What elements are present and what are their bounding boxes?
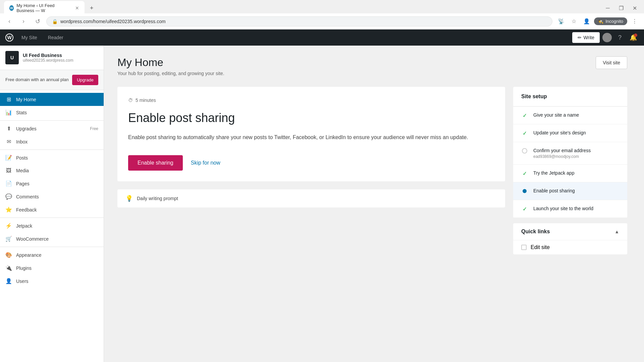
upgrades-icon: ⬆ bbox=[5, 125, 12, 132]
sidebar-site-info: U UI Feed Business uifeed20235.wordpress… bbox=[0, 46, 104, 70]
reader-label: Reader bbox=[48, 35, 63, 40]
notifications-button[interactable]: 🔔 bbox=[628, 32, 639, 43]
tab-favicon: W bbox=[9, 5, 14, 11]
sidebar-item-upgrades[interactable]: ⬆ Upgrades Free bbox=[0, 122, 104, 135]
reader-nav-item[interactable]: Reader bbox=[43, 29, 69, 46]
quick-links-item-edit-site[interactable]: Edit site bbox=[513, 240, 627, 254]
setup-item-label-3: Confirm your email address bbox=[533, 148, 591, 153]
setup-panel: Site setup ✓ Give your site a name ✓ Upd… bbox=[513, 87, 627, 218]
cast-icon[interactable]: 📡 bbox=[556, 16, 567, 27]
prompt-label: Daily writing prompt bbox=[137, 196, 178, 201]
my-site-nav-item[interactable]: My Site bbox=[16, 29, 43, 46]
sidebar-item-my-home[interactable]: ⊞ My Home bbox=[0, 93, 104, 106]
main-content: My Home Your hub for posting, editing, a… bbox=[104, 46, 644, 362]
content-inner: My Home Your hub for posting, editing, a… bbox=[104, 46, 641, 265]
feedback-icon: ⭐ bbox=[5, 206, 12, 213]
user-avatar[interactable] bbox=[602, 33, 612, 42]
nav-label-inbox: Inbox bbox=[16, 139, 28, 144]
setup-item-email[interactable]: Confirm your email address ead93869@mood… bbox=[513, 142, 627, 165]
stats-icon: 📊 bbox=[5, 109, 12, 116]
sidebar-item-inbox[interactable]: ✉ Inbox bbox=[0, 135, 104, 148]
task-card: ⏱ 5 minutes Enable post sharing Enable p… bbox=[117, 87, 505, 181]
left-column: ⏱ 5 minutes Enable post sharing Enable p… bbox=[117, 87, 505, 254]
nav-label-plugins: Plugins bbox=[16, 265, 32, 271]
forward-button[interactable]: › bbox=[18, 16, 29, 27]
profile-icon[interactable]: 👤 bbox=[581, 16, 592, 27]
back-button[interactable]: ‹ bbox=[4, 16, 15, 27]
edit-site-label: Edit site bbox=[531, 244, 550, 250]
sidebar-item-comments[interactable]: 💬 Comments bbox=[0, 190, 104, 203]
incognito-button[interactable]: 🕵 Incognito bbox=[594, 17, 627, 25]
tab-title: My Home ‹ UI Feed Business — W bbox=[16, 3, 72, 13]
main-grid: ⏱ 5 minutes Enable post sharing Enable p… bbox=[117, 87, 627, 254]
skip-link[interactable]: Skip for now bbox=[191, 160, 220, 166]
task-timer: ⏱ 5 minutes bbox=[128, 98, 494, 103]
sidebar-item-media[interactable]: 🖼 Media bbox=[0, 164, 104, 177]
wp-logo: W bbox=[5, 34, 13, 42]
page-title: My Home bbox=[117, 56, 224, 69]
setup-item-launch[interactable]: ✓ Launch your site to the world bbox=[513, 200, 627, 218]
pages-icon: 📄 bbox=[5, 180, 12, 187]
close-window-button[interactable]: ✕ bbox=[629, 3, 640, 13]
browser-tab[interactable]: W My Home ‹ UI Feed Business — W ✕ bbox=[4, 1, 85, 15]
sidebar-item-appearance[interactable]: 🎨 Appearance bbox=[0, 248, 104, 261]
nav-actions: 📡 ☆ 👤 🕵 Incognito ⋮ bbox=[556, 16, 640, 27]
setup-item-content-3: Confirm your email address ead93869@mood… bbox=[533, 147, 591, 159]
home-icon: ⊞ bbox=[5, 96, 12, 103]
setup-item-design[interactable]: ✓ Update your site's design bbox=[513, 124, 627, 142]
check-done-icon-2: ✓ bbox=[521, 130, 528, 136]
sidebar-nav: ⊞ My Home 📊 Stats ⬆ Upgrades Free ✉ Inbo… bbox=[0, 90, 104, 362]
upgrade-button[interactable]: Upgrade bbox=[72, 75, 98, 85]
sidebar-item-woocommerce[interactable]: 🛒 WooCommerce bbox=[0, 232, 104, 245]
nav-divider-2 bbox=[0, 149, 104, 150]
new-tab-button[interactable]: + bbox=[87, 3, 96, 13]
bookmark-icon[interactable]: ☆ bbox=[569, 16, 579, 27]
tab-close-button[interactable]: ✕ bbox=[75, 5, 79, 11]
wp-top-right: ✏ Write ? 🔔 bbox=[572, 32, 639, 43]
task-description: Enable post sharing to automatically sha… bbox=[128, 133, 494, 142]
reload-button[interactable]: ↺ bbox=[32, 16, 43, 27]
main-layout: U UI Feed Business uifeed20235.wordpress… bbox=[0, 46, 644, 362]
nav-label-comments: Comments bbox=[16, 194, 39, 199]
browser-title-bar: W My Home ‹ UI Feed Business — W ✕ + ─ ❐… bbox=[0, 0, 644, 13]
write-button[interactable]: ✏ Write bbox=[572, 32, 600, 43]
address-bar[interactable]: 🔒 wordpress.com/home/uifeed20235.wordpre… bbox=[46, 16, 552, 26]
site-name: UI Feed Business bbox=[23, 53, 73, 58]
sidebar-item-plugins[interactable]: 🔌 Plugins bbox=[0, 261, 104, 275]
nav-divider-3 bbox=[0, 218, 104, 218]
visit-site-button[interactable]: Visit site bbox=[596, 56, 627, 69]
sidebar-item-pages[interactable]: 📄 Pages bbox=[0, 177, 104, 190]
quick-links-panel: Quick links ▲ Edit site bbox=[513, 223, 627, 254]
setup-item-sharing[interactable]: Enable post sharing bbox=[513, 182, 627, 200]
setup-item-label-2: Update your site's design bbox=[533, 130, 586, 135]
edit-site-checkbox[interactable] bbox=[521, 245, 527, 250]
check-done-icon-1: ✓ bbox=[521, 112, 528, 119]
minimize-button[interactable]: ─ bbox=[602, 3, 613, 13]
setup-item-jetpack[interactable]: ✓ Try the Jetpack app bbox=[513, 165, 627, 182]
comments-icon: 💬 bbox=[5, 193, 12, 200]
prompt-card: 💡 Daily writing prompt bbox=[117, 189, 505, 207]
setup-item-content-4: Try the Jetpack app bbox=[533, 170, 574, 176]
nav-label-appearance: Appearance bbox=[16, 252, 42, 258]
setup-item-label-5: Enable post sharing bbox=[533, 188, 575, 193]
sidebar-item-posts[interactable]: 📝 Posts bbox=[0, 151, 104, 164]
enable-sharing-button[interactable]: Enable sharing bbox=[128, 155, 183, 171]
sidebar-item-jetpack[interactable]: ⚡ Jetpack bbox=[0, 219, 104, 232]
menu-button[interactable]: ⋮ bbox=[629, 16, 640, 27]
task-title: Enable post sharing bbox=[128, 111, 494, 125]
sidebar-item-users[interactable]: 👤 Users bbox=[0, 275, 104, 288]
page-header: My Home Your hub for posting, editing, a… bbox=[117, 56, 627, 76]
check-done-icon-4: ✓ bbox=[521, 170, 528, 177]
sidebar-item-feedback[interactable]: ⭐ Feedback bbox=[0, 203, 104, 216]
help-button[interactable]: ? bbox=[614, 32, 625, 43]
setup-item-site-name[interactable]: ✓ Give your site a name bbox=[513, 107, 627, 124]
setup-item-content-2: Update your site's design bbox=[533, 130, 586, 136]
maximize-button[interactable]: ❐ bbox=[616, 3, 627, 13]
nav-label-feedback: Feedback bbox=[16, 207, 37, 213]
quick-links-header[interactable]: Quick links ▲ bbox=[513, 223, 627, 240]
clock-icon: ⏱ bbox=[128, 98, 133, 103]
sidebar-item-stats[interactable]: 📊 Stats bbox=[0, 106, 104, 119]
woocommerce-icon: 🛒 bbox=[5, 236, 12, 242]
posts-icon: 📝 bbox=[5, 155, 12, 161]
appearance-icon: 🎨 bbox=[5, 252, 12, 258]
